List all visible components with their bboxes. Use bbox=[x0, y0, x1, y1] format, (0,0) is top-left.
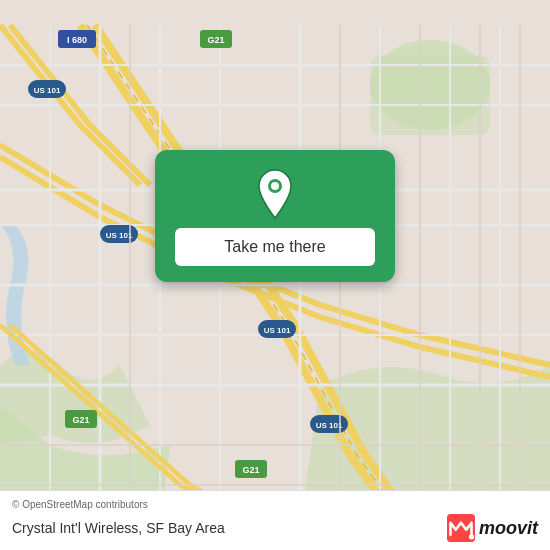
moovit-icon bbox=[447, 514, 475, 542]
action-card: Take me there bbox=[155, 150, 395, 282]
svg-point-20 bbox=[271, 182, 279, 190]
svg-text:US 101: US 101 bbox=[316, 421, 343, 430]
location-pin-icon bbox=[251, 170, 299, 218]
bottom-bar: © OpenStreetMap contributors Crystal Int… bbox=[0, 490, 550, 550]
svg-rect-2 bbox=[370, 55, 490, 135]
svg-text:US 101: US 101 bbox=[34, 86, 61, 95]
moovit-text: moovit bbox=[479, 518, 538, 539]
map-attribution: © OpenStreetMap contributors bbox=[12, 499, 538, 510]
moovit-logo: moovit bbox=[447, 514, 538, 542]
svg-text:G21: G21 bbox=[207, 35, 224, 45]
svg-point-22 bbox=[469, 534, 474, 539]
map-container: I 680 US 101 US 101 US 101 US 101 G21 G2… bbox=[0, 0, 550, 550]
svg-text:G21: G21 bbox=[242, 465, 259, 475]
place-name: Crystal Int'l Wireless, SF Bay Area bbox=[12, 520, 225, 536]
take-me-there-button[interactable]: Take me there bbox=[175, 228, 375, 266]
svg-text:US 101: US 101 bbox=[264, 326, 291, 335]
svg-text:G21: G21 bbox=[72, 415, 89, 425]
svg-text:I 680: I 680 bbox=[67, 35, 87, 45]
bottom-info: Crystal Int'l Wireless, SF Bay Area moov… bbox=[12, 514, 538, 542]
svg-text:US 101: US 101 bbox=[106, 231, 133, 240]
